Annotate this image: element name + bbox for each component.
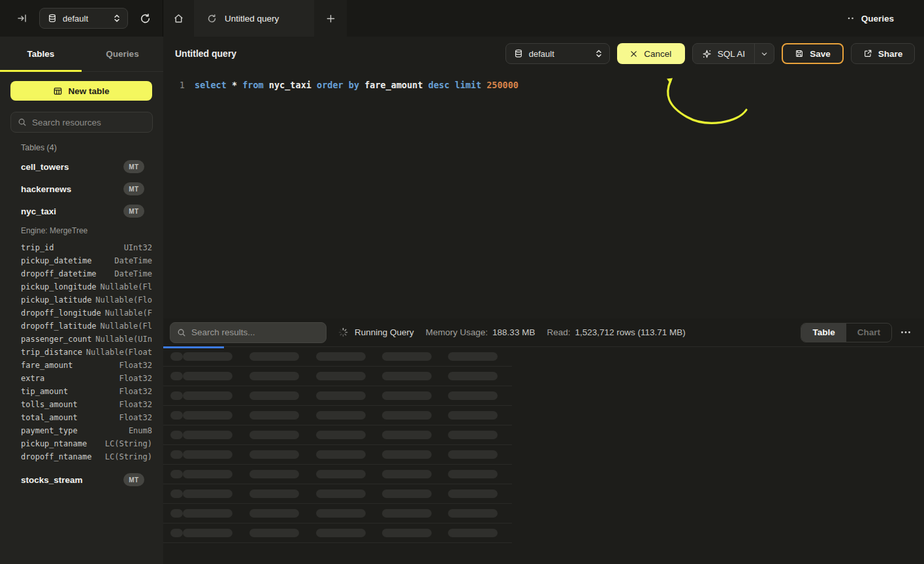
sparkle-icon [702, 49, 712, 59]
save-button[interactable]: Save [782, 43, 844, 64]
column-type: UInt32 [124, 243, 152, 252]
column-type: Nullable(Fl [101, 322, 152, 331]
results-search [170, 322, 327, 343]
column-type: Enum8 [129, 426, 152, 435]
skeleton-cell [382, 391, 432, 400]
sql-editor[interactable]: 1 select*fromnyc_taxiorderbyfare_amountd… [163, 71, 924, 282]
column-row: trip_idUInt32 [0, 241, 163, 254]
database-icon [48, 14, 57, 23]
skeleton-cell [170, 529, 183, 537]
code-line-1: 1 select*fromnyc_taxiorderbyfare_amountd… [163, 77, 924, 93]
results-search-input[interactable] [191, 327, 319, 337]
skeleton-row [163, 484, 512, 504]
sql-ai-dropdown[interactable] [754, 44, 774, 63]
skeleton-cell [316, 470, 366, 478]
sql-ai-main[interactable]: SQL AI [693, 44, 754, 63]
skeleton-row [163, 523, 512, 543]
sidebar-tab-tables[interactable]: Tables [0, 37, 82, 71]
sql-ai-label: SQL AI [718, 49, 745, 59]
memory-usage-value: 188.33 MB [492, 327, 535, 337]
column-name: dropoff_ntaname [21, 452, 91, 461]
column-row: dropoff_latitudeNullable(Fl [0, 320, 163, 333]
search-icon [18, 118, 27, 127]
skeleton-cell [382, 372, 432, 380]
table-row-hackernews[interactable]: hackernews MT [0, 178, 163, 199]
skeleton-cell [448, 450, 498, 459]
view-toggle-chart[interactable]: Chart [846, 323, 891, 342]
tables-section-title: Tables (4) [21, 143, 163, 155]
sql-token-keyword: order [311, 80, 343, 90]
skeleton-row [163, 347, 512, 367]
query-database-selector[interactable]: default [505, 43, 610, 64]
search-icon [177, 328, 186, 337]
column-row: pickup_datetimeDateTime [0, 254, 163, 267]
column-row: pickup_longitudeNullable(Fl [0, 280, 163, 293]
skeleton-rows [163, 347, 924, 543]
skeleton-cell [249, 489, 299, 498]
collapse-sidebar-button[interactable] [14, 10, 30, 26]
sql-token-identifier: fare_amount [359, 80, 423, 90]
skeleton-cell [170, 470, 183, 478]
column-row: extraFloat32 [0, 372, 163, 385]
tab-strip: Untitled query [163, 0, 847, 37]
skeleton-cell [448, 470, 498, 478]
skeleton-cell [382, 470, 432, 478]
share-button[interactable]: Share [851, 43, 915, 64]
home-button[interactable] [163, 0, 194, 37]
skeleton-cell [183, 431, 232, 439]
database-icon [514, 49, 523, 58]
collapse-sidebar-icon [17, 13, 27, 24]
column-name: extra [21, 374, 44, 383]
new-table-button[interactable]: New table [10, 81, 152, 101]
column-name: pickup_ntaname [21, 439, 87, 448]
column-name: payment_type [21, 426, 78, 435]
column-name: tolls_amount [21, 400, 78, 409]
database-selector[interactable]: default [39, 8, 128, 29]
queries-link[interactable]: Queries [847, 14, 924, 24]
view-toggle-table[interactable]: Table [801, 323, 846, 342]
sql-token-operator: * [227, 80, 237, 90]
tab-label: Untitled query [225, 14, 279, 24]
sql-token-keyword: limit [449, 80, 481, 90]
query-status: Running Query [355, 327, 414, 337]
cancel-button[interactable]: Cancel [617, 43, 685, 64]
column-type: DateTime [114, 269, 152, 278]
skeleton-cell [170, 391, 183, 400]
new-tab-button[interactable] [314, 0, 347, 37]
column-row: tip_amountFloat32 [0, 385, 163, 398]
column-row: dropoff_datetimeDateTime [0, 267, 163, 280]
memory-usage-stat: Memory Usage:188.33 MB [426, 327, 535, 337]
resource-search-input[interactable] [32, 118, 146, 127]
read-label: Read: [547, 327, 570, 337]
skeleton-cell [249, 450, 299, 459]
skeleton-cell [382, 411, 432, 420]
sql-statement: select*fromnyc_taxiorderbyfare_amountdes… [185, 80, 518, 90]
memory-usage-label: Memory Usage: [426, 327, 488, 337]
skeleton-cell [448, 372, 498, 380]
skeleton-cell [183, 450, 232, 459]
sidebar-tab-queries[interactable]: Queries [82, 37, 163, 71]
skeleton-cell [249, 391, 299, 400]
ellipsis-icon [900, 331, 911, 334]
results-more-button[interactable] [898, 328, 914, 337]
queries-dots-icon [847, 16, 855, 20]
refresh-databases-button[interactable] [137, 10, 153, 27]
read-stat: Read:1,523,712 rows (113.71 MB) [547, 327, 685, 337]
sql-ai-button[interactable]: SQL AI [692, 43, 774, 64]
column-row: tolls_amountFloat32 [0, 398, 163, 411]
skeleton-row [163, 367, 512, 386]
table-name: cell_towers [21, 162, 123, 172]
column-name: trip_id [21, 243, 54, 252]
engine-badge: MT [123, 205, 144, 218]
tab-untitled-query[interactable]: Untitled query [194, 0, 314, 37]
column-type: LC(String) [105, 452, 152, 461]
table-row-nyc-taxi[interactable]: nyc_taxi MT [0, 201, 163, 222]
column-name: dropoff_latitude [21, 322, 97, 331]
main-panel: Untitled query default Cancel [163, 37, 924, 564]
skeleton-cell [183, 372, 232, 380]
column-name: pickup_latitude [21, 295, 91, 305]
skeleton-cell [249, 529, 299, 537]
table-row-cell-towers[interactable]: cell_towers MT [0, 156, 163, 177]
table-row-stocks-stream[interactable]: stocks_stream MT [0, 469, 163, 490]
skeleton-cell [382, 352, 432, 361]
